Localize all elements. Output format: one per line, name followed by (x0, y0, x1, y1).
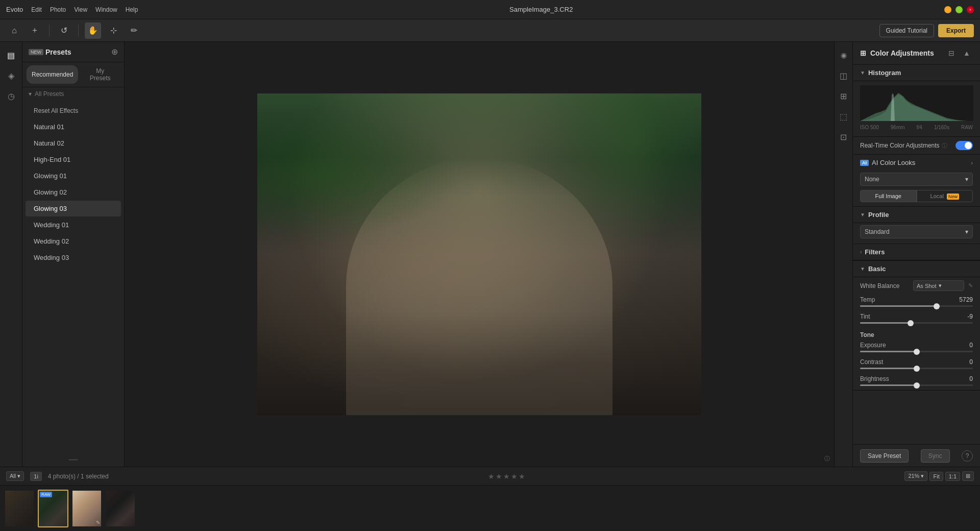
contrast-slider-track[interactable] (860, 368, 973, 369)
file-title: SampleImage_3.CR2 (138, 6, 944, 13)
film-thumb-4[interactable] (105, 490, 136, 527)
filter-select[interactable]: All ▾ (6, 471, 24, 481)
photo-canvas (257, 93, 701, 415)
tab-recommended[interactable]: Recommended (27, 65, 78, 84)
ai-looks-select[interactable]: None ▾ (860, 173, 973, 186)
tint-slider-thumb[interactable] (908, 320, 914, 326)
realtime-toggle[interactable] (955, 141, 973, 150)
minimize-button[interactable]: − (944, 6, 951, 13)
help-button[interactable]: ? (962, 450, 973, 462)
photo-overlay (257, 93, 701, 415)
menu-edit[interactable]: Edit (31, 6, 42, 13)
wb-edit-icon[interactable]: ✎ (968, 282, 973, 289)
home-button[interactable]: ⌂ (6, 22, 22, 39)
exposure-slider-track[interactable] (860, 351, 973, 352)
compare-icon-btn[interactable]: ⊡ (835, 128, 853, 146)
close-button[interactable]: × (967, 6, 974, 13)
film-thumb-1[interactable] (4, 490, 35, 527)
crop-tool-button[interactable]: ⊹ (105, 22, 121, 39)
presets-list: Reset All Effects Natural 01 Natural 02 … (22, 101, 124, 452)
history-icon-btn[interactable]: ◷ (2, 87, 20, 105)
save-preset-button[interactable]: Save Preset (860, 449, 909, 463)
filters-header[interactable]: › Filters (853, 244, 980, 260)
film-thumb-2[interactable]: RAW (38, 490, 68, 527)
all-presets-row[interactable]: ▾ All Presets (22, 87, 124, 101)
menu-window[interactable]: Window (95, 6, 117, 13)
contrast-label-row: Contrast 0 (860, 358, 973, 366)
menu-view[interactable]: View (74, 6, 87, 13)
fit-button[interactable]: Fit (929, 472, 943, 481)
preset-high-end-01[interactable]: High-End 01 (26, 152, 121, 167)
presets-icon-btn[interactable]: ▤ (2, 46, 20, 64)
brightness-label-row: Brightness 0 (860, 375, 973, 382)
preset-glowing-02[interactable]: Glowing 02 (26, 184, 121, 200)
ai-tab-full-image[interactable]: Full Image (860, 190, 917, 202)
filters-chevron: › (860, 249, 862, 255)
profile-select[interactable]: Standard ▾ (860, 225, 973, 238)
color-wheel-icon-btn[interactable]: ◉ (835, 46, 853, 64)
undo-button[interactable]: ↺ (56, 22, 72, 39)
star-4[interactable]: ★ (511, 472, 518, 480)
star-5[interactable]: ★ (519, 472, 525, 480)
preset-wedding-02[interactable]: Wedding 02 (26, 233, 121, 249)
tint-value: -9 (967, 313, 973, 320)
exposure-label: Exposure (860, 342, 886, 349)
exposure-slider-thumb[interactable] (914, 349, 920, 355)
tab-my-presets[interactable]: My Presets (80, 65, 120, 84)
film-edit-icon-3: ✎ (96, 520, 100, 525)
right-panel-scroll[interactable]: ▼ Histogram (853, 65, 980, 467)
brightness-slider-row: Brightness 0 (853, 373, 980, 390)
add-button[interactable]: ＋ (27, 22, 43, 39)
histogram-section-header[interactable]: ▼ Histogram (853, 65, 980, 81)
contrast-slider-thumb[interactable] (914, 366, 920, 372)
tint-slider-track[interactable] (860, 322, 973, 324)
toggle-knob (965, 142, 972, 149)
preset-glowing-03[interactable]: Glowing 03 (26, 201, 121, 216)
preset-wedding-01[interactable]: Wedding 01 (26, 217, 121, 233)
ai-looks-header[interactable]: AI AI Color Looks › (853, 155, 980, 171)
temp-slider-thumb[interactable] (934, 303, 940, 309)
zoom-select[interactable]: 21% ▾ (904, 471, 927, 481)
preset-natural-01[interactable]: Natural 01 (26, 119, 121, 135)
menu-help[interactable]: Help (126, 6, 138, 13)
profile-section-header[interactable]: ▼ Profile (853, 207, 980, 223)
grid-view-btn[interactable]: ⊞ (962, 471, 974, 481)
zoom-1to1-button[interactable]: 1:1 (945, 472, 960, 481)
tint-slider-fill (860, 322, 911, 324)
export-button[interactable]: Export (938, 24, 974, 37)
guided-tutorial-button[interactable]: Guided Tutorial (879, 24, 934, 37)
adjustments-icon-btn[interactable]: ◈ (2, 66, 20, 85)
star-3[interactable]: ★ (503, 472, 510, 480)
basic-section-header[interactable]: ▼ Basic (853, 261, 980, 277)
brightness-slider-track[interactable] (860, 384, 973, 386)
preset-reset-all[interactable]: Reset All Effects (26, 103, 121, 118)
star-2[interactable]: ★ (496, 472, 502, 480)
brightness-slider-thumb[interactable] (914, 382, 920, 389)
temp-slider-track[interactable] (860, 305, 973, 307)
presets-add-icon[interactable]: ⊕ (111, 47, 118, 57)
histogram-icon-btn[interactable]: ◫ (835, 66, 853, 85)
maximize-button[interactable]: □ (955, 6, 963, 13)
view-mode-btn[interactable]: 1i (30, 472, 42, 481)
canvas-info-icon: ⓘ (824, 455, 830, 463)
tone-label: Tone (860, 331, 874, 339)
tools-icon-btn[interactable]: ⊞ (835, 87, 853, 105)
panel-layout-btn[interactable]: ⊟ (945, 47, 958, 59)
wb-value: As Shot (917, 283, 937, 289)
wb-select[interactable]: As Shot ▾ (913, 280, 964, 291)
hand-tool-button[interactable]: ✋ (85, 22, 101, 39)
preset-glowing-01[interactable]: Glowing 01 (26, 168, 121, 184)
menu-photo[interactable]: Photo (50, 6, 66, 13)
preset-wedding-03[interactable]: Wedding 03 (26, 250, 121, 266)
ai-tab-local[interactable]: Local New (917, 190, 973, 202)
panel-expand-btn[interactable]: ▲ (961, 47, 973, 59)
sync-button[interactable]: Sync (921, 449, 950, 463)
preset-natural-02[interactable]: Natural 02 (26, 135, 121, 151)
ai-looks-dropdown-icon: ▾ (965, 176, 968, 183)
film-thumb-3[interactable]: ✎ (71, 490, 102, 527)
star-1[interactable]: ★ (488, 472, 495, 480)
brush-tool-button[interactable]: ✏ (126, 22, 142, 39)
mask-icon-btn[interactable]: ⬚ (835, 107, 853, 126)
save-preset-bar: Save Preset Sync ? (853, 444, 980, 467)
profile-dropdown-icon: ▾ (965, 228, 968, 235)
